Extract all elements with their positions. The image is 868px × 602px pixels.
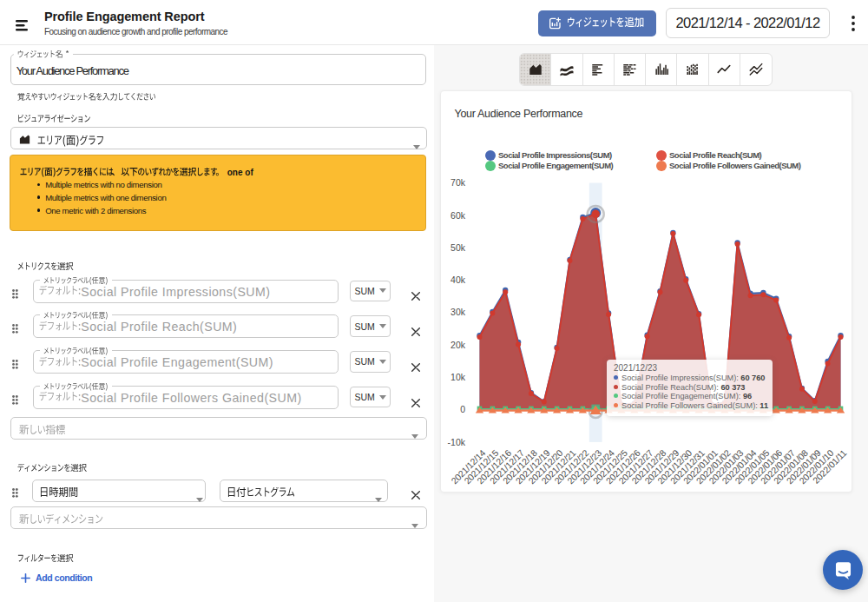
svg-text:10k: 10k bbox=[450, 372, 466, 382]
svg-text:50k: 50k bbox=[450, 241, 466, 252]
svg-text:60k: 60k bbox=[450, 209, 466, 220]
svg-text:20k: 20k bbox=[450, 339, 466, 349]
svg-text:40k: 40k bbox=[450, 275, 466, 285]
svg-text:0: 0 bbox=[460, 404, 465, 414]
svg-text:-10k: -10k bbox=[448, 436, 466, 447]
svg-text:30k: 30k bbox=[450, 307, 466, 317]
svg-text:70k: 70k bbox=[450, 177, 466, 188]
